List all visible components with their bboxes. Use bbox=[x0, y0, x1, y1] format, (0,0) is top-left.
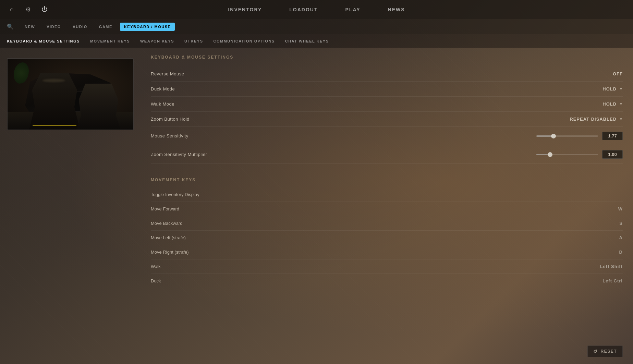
duck-mode-row: Duck Mode HOLD ▼ bbox=[151, 82, 623, 97]
zoom-button-hold-value[interactable]: REPEAT DISABLED ▼ bbox=[570, 117, 623, 122]
reset-button[interactable]: ↺ RESET bbox=[587, 345, 623, 357]
reset-label: RESET bbox=[600, 349, 617, 354]
nav-loadout[interactable]: LOADOUT bbox=[286, 0, 321, 19]
reverse-mouse-value[interactable]: OFF bbox=[613, 71, 623, 76]
walk-mode-arrow: ▼ bbox=[619, 102, 623, 106]
zoom-sensitivity-label: Zoom Sensitivity Multiplier bbox=[151, 152, 207, 157]
mouse-sensitivity-slider-container: 1.77 bbox=[536, 132, 623, 140]
tab-video[interactable]: VIDEO bbox=[42, 23, 65, 31]
kb-mouse-section-title: Keyboard & Mouse Settings bbox=[151, 55, 623, 60]
section-ui-keys[interactable]: UI KEYS bbox=[184, 38, 203, 45]
move-right-label: Move Right (strafe) bbox=[151, 250, 189, 255]
move-left-key[interactable]: A bbox=[619, 235, 623, 240]
duck-row: Duck Left Ctrl bbox=[151, 274, 623, 288]
content-area: Keyboard & Mouse Settings Reverse Mouse … bbox=[0, 48, 633, 364]
top-bar: ⌂ ⚙ ⏻ INVENTORY LOADOUT PLAY NEWS bbox=[0, 0, 633, 19]
zoom-sensitivity-input[interactable]: 1.00 bbox=[602, 150, 623, 159]
zoom-sensitivity-row: Zoom Sensitivity Multiplier 1.00 bbox=[151, 145, 623, 164]
streamer-image bbox=[7, 58, 134, 130]
mouse-sensitivity-label: Mouse Sensitivity bbox=[151, 133, 188, 138]
reverse-mouse-label: Reverse Mouse bbox=[151, 71, 184, 76]
tab-audio[interactable]: AUDIO bbox=[69, 23, 92, 31]
move-backward-label: Move Backward bbox=[151, 221, 182, 226]
zoom-sensitivity-track[interactable] bbox=[536, 154, 598, 155]
nav-play[interactable]: PLAY bbox=[342, 0, 364, 19]
move-right-key[interactable]: D bbox=[619, 250, 623, 255]
power-icon[interactable]: ⏻ bbox=[40, 5, 49, 14]
walk-label: Walk bbox=[151, 264, 160, 269]
walk-mode-text: HOLD bbox=[602, 101, 617, 107]
sub-nav: 🔍 NEW VIDEO AUDIO GAME KEYBOARD / MOUSE bbox=[0, 19, 633, 34]
settings-icon[interactable]: ⚙ bbox=[23, 5, 33, 14]
tab-game[interactable]: GAME bbox=[95, 23, 117, 31]
zoom-button-hold-row: Zoom Button Hold REPEAT DISABLED ▼ bbox=[151, 112, 623, 127]
zoom-sensitivity-thumb[interactable] bbox=[548, 152, 552, 157]
reverse-mouse-text: OFF bbox=[613, 71, 623, 76]
toggle-inventory-label: Toggle Inventory Display bbox=[151, 192, 199, 197]
settings-panel: Keyboard & Mouse Settings Reverse Mouse … bbox=[141, 48, 633, 364]
move-left-row: Move Left (strafe) A bbox=[151, 231, 623, 245]
tab-new[interactable]: NEW bbox=[21, 23, 39, 31]
duck-key[interactable]: Left Ctrl bbox=[602, 278, 623, 283]
main-nav: INVENTORY LOADOUT PLAY NEWS bbox=[224, 0, 408, 19]
toggle-inventory-row: Toggle Inventory Display bbox=[151, 187, 623, 202]
move-forward-label: Move Forward bbox=[151, 206, 179, 211]
tab-keyboard-mouse[interactable]: KEYBOARD / MOUSE bbox=[120, 23, 175, 31]
duck-label: Duck bbox=[151, 278, 161, 283]
duck-mode-value[interactable]: HOLD ▼ bbox=[602, 86, 623, 92]
home-icon[interactable]: ⌂ bbox=[7, 5, 16, 14]
top-bar-icons: ⌂ ⚙ ⏻ bbox=[7, 5, 49, 14]
duck-mode-text: HOLD bbox=[602, 86, 617, 92]
search-icon[interactable]: 🔍 bbox=[7, 23, 14, 30]
move-backward-row: Move Backward S bbox=[151, 216, 623, 231]
section-divider bbox=[151, 164, 623, 174]
left-panel bbox=[0, 48, 141, 364]
nav-news[interactable]: NEWS bbox=[385, 0, 409, 19]
section-weapon-keys[interactable]: WEAPON KEYS bbox=[140, 38, 174, 45]
zoom-button-hold-text: REPEAT DISABLED bbox=[570, 117, 617, 122]
zoom-button-hold-label: Zoom Button Hold bbox=[151, 117, 190, 122]
section-nav: KEYBOARD & MOUSE SETTINGS MOVEMENT KEYS … bbox=[0, 34, 633, 48]
move-forward-key[interactable]: W bbox=[618, 206, 623, 211]
mouse-sensitivity-input[interactable]: 1.77 bbox=[602, 132, 623, 140]
duck-mode-label: Duck Mode bbox=[151, 86, 175, 92]
section-movement-keys[interactable]: MOVEMENT KEYS bbox=[90, 38, 130, 45]
zoom-button-hold-arrow: ▼ bbox=[619, 117, 623, 121]
reverse-mouse-row: Reverse Mouse OFF bbox=[151, 66, 623, 82]
mouse-sensitivity-thumb[interactable] bbox=[551, 134, 556, 138]
section-communication-options[interactable]: COMMUNICATION OPTIONS bbox=[214, 38, 275, 45]
walk-mode-label: Walk Mode bbox=[151, 101, 174, 107]
zoom-sensitivity-slider-container: 1.00 bbox=[536, 150, 623, 159]
mouse-sensitivity-row: Mouse Sensitivity 1.77 bbox=[151, 127, 623, 145]
mouse-sensitivity-track[interactable] bbox=[536, 135, 598, 137]
section-chat-wheel-keys[interactable]: CHAT WHEEL KEYS bbox=[285, 38, 329, 45]
move-forward-row: Move Forward W bbox=[151, 202, 623, 216]
walk-mode-value[interactable]: HOLD ▼ bbox=[602, 101, 623, 107]
walk-key[interactable]: Left Shift bbox=[600, 264, 623, 269]
duck-mode-arrow: ▼ bbox=[619, 87, 623, 91]
move-right-row: Move Right (strafe) D bbox=[151, 245, 623, 259]
walk-mode-row: Walk Mode HOLD ▼ bbox=[151, 97, 623, 112]
section-keyboard-settings[interactable]: KEYBOARD & MOUSE SETTINGS bbox=[7, 38, 80, 45]
nav-inventory[interactable]: INVENTORY bbox=[224, 0, 265, 19]
movement-keys-section-title: Movement Keys bbox=[151, 178, 623, 182]
move-backward-key[interactable]: S bbox=[619, 221, 623, 226]
walk-row: Walk Left Shift bbox=[151, 259, 623, 274]
reset-icon: ↺ bbox=[593, 349, 598, 354]
move-left-label: Move Left (strafe) bbox=[151, 235, 186, 240]
